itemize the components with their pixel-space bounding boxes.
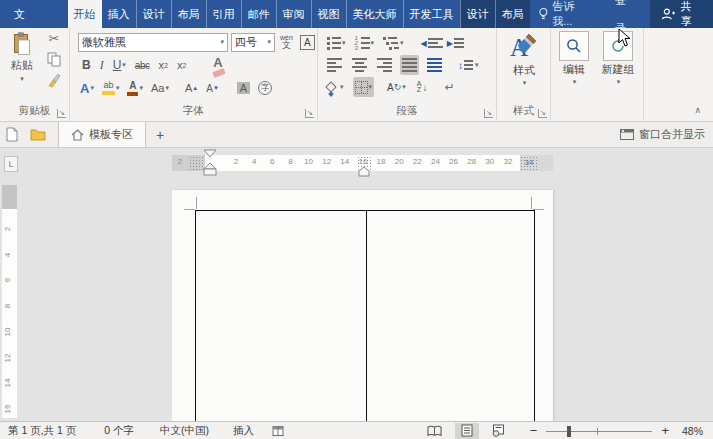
document-page[interactable] xyxy=(172,190,553,421)
strikethrough-button[interactable]: abc xyxy=(133,55,152,75)
pinyin-guide-button[interactable]: wén 文 xyxy=(278,32,295,52)
underline-glyph: U xyxy=(113,58,122,72)
underline-button[interactable]: U ▾ xyxy=(111,55,128,75)
dropdown-arrow: ▾ xyxy=(116,84,120,92)
new-document-button[interactable] xyxy=(0,122,24,147)
cut-button[interactable]: ✂ xyxy=(49,32,60,46)
change-case-button[interactable]: Aa ▾ xyxy=(149,78,171,98)
character-border-button[interactable]: A xyxy=(298,32,317,52)
two-column-table[interactable] xyxy=(195,210,535,421)
web-layout-button[interactable] xyxy=(487,423,511,439)
asian-layout-button[interactable]: A ↻ ▾ xyxy=(385,77,408,97)
align-left-button[interactable] xyxy=(325,55,344,75)
ribbon-tab-设计[interactable]: 设计 xyxy=(136,0,171,28)
font-name-combo[interactable]: 微软雅黑 ▾ xyxy=(78,33,228,52)
clear-formatting-button[interactable]: A xyxy=(211,55,224,75)
enclose-characters-button[interactable]: 字 xyxy=(256,78,274,98)
language-status[interactable]: 中文(中国) xyxy=(160,424,209,438)
align-right-icon xyxy=(377,58,392,72)
zoom-slider-thumb[interactable] xyxy=(567,426,571,437)
ribbon-tab-布局[interactable]: 布局 xyxy=(171,0,206,28)
multilevel-list-button[interactable]: ▾ xyxy=(381,33,406,53)
grow-font-button[interactable]: A▲ xyxy=(183,78,200,98)
indent-lines-icon xyxy=(454,38,464,48)
ribbon-tab-布局[interactable]: 布局 xyxy=(495,0,530,28)
indent-right-arrow-icon: ▶ xyxy=(447,39,453,48)
ribbon-tab-视图[interactable]: 视图 xyxy=(311,0,346,28)
subscript-button[interactable]: x2 xyxy=(156,55,169,75)
numbering-button[interactable]: 1 2 3 ▾ xyxy=(353,33,377,53)
borders-button[interactable]: ▾ xyxy=(353,77,375,97)
read-mode-button[interactable] xyxy=(423,423,447,439)
increase-indent-button[interactable]: ▶ xyxy=(445,33,466,53)
show-hide-marks-button[interactable]: ↵ xyxy=(442,77,456,97)
v-ruler-number-2: 2 xyxy=(3,222,17,237)
margin-mark xyxy=(196,197,197,209)
ribbon-tab-美化大师[interactable]: 美化大师 xyxy=(346,0,403,28)
superscript-button[interactable]: x2 xyxy=(175,55,188,75)
format-painter-button[interactable] xyxy=(47,73,62,88)
font-size-combo[interactable]: 四号 ▾ xyxy=(231,33,275,52)
distribute-button[interactable] xyxy=(425,55,444,75)
open-document-button[interactable] xyxy=(24,122,52,147)
ribbon-tab-插入[interactable]: 插入 xyxy=(102,0,136,28)
page-info[interactable]: 第 1 页,共 1 页 xyxy=(8,424,76,438)
align-center-button[interactable] xyxy=(350,55,369,75)
bullets-button[interactable]: ▾ xyxy=(325,33,348,53)
macro-record-button[interactable] xyxy=(272,425,284,437)
zoom-slider[interactable] xyxy=(546,424,652,438)
shading-button[interactable]: ▾ xyxy=(325,77,346,97)
ribbon-tab-邮件[interactable]: 邮件 xyxy=(241,0,276,28)
window-icon xyxy=(620,129,634,140)
dropdown-arrow: ▾ xyxy=(20,75,24,83)
clipboard-dialog-launcher[interactable]: ↘ xyxy=(57,109,66,118)
decrease-indent-button[interactable]: ◀ xyxy=(419,33,440,53)
paste-button[interactable]: 粘贴 ▾ xyxy=(6,32,38,100)
italic-button[interactable]: I xyxy=(98,55,106,75)
collapse-ribbon-button[interactable]: ∧ xyxy=(694,105,701,115)
ribbon-tab-设计[interactable]: 设计 xyxy=(460,0,495,28)
column-left-indent-marker[interactable] xyxy=(358,166,370,177)
tell-me-button[interactable]: 告诉我... xyxy=(530,0,601,29)
font-dialog-launcher[interactable]: ↘ xyxy=(305,109,314,118)
bold-button[interactable]: B xyxy=(80,55,93,75)
indent-markers[interactable] xyxy=(203,149,217,177)
new-group-button[interactable]: 新建组 ▾ xyxy=(597,31,639,86)
merge-windows-button[interactable]: 窗口合并显示 xyxy=(620,122,713,147)
character-shading-button[interactable]: A xyxy=(235,78,252,98)
bullets-icon xyxy=(327,37,341,50)
person-plus-icon xyxy=(661,7,675,21)
shrink-font-button[interactable]: A▼ xyxy=(204,78,221,98)
tab-stop-selector[interactable]: L xyxy=(4,156,18,172)
print-layout-button[interactable] xyxy=(455,423,479,439)
tab-file[interactable]: 文件 xyxy=(0,0,50,28)
zoom-slider-track[interactable] xyxy=(546,431,652,432)
text-effects-button[interactable]: A ▾ xyxy=(78,78,96,98)
ribbon-tab-审阅[interactable]: 审阅 xyxy=(276,0,311,28)
new-tab-button[interactable]: + xyxy=(146,122,174,147)
align-right-button[interactable] xyxy=(375,55,394,75)
copy-button[interactable] xyxy=(47,52,62,67)
editing-button[interactable]: 编辑 ▾ xyxy=(557,31,591,86)
highlight-color-button[interactable]: ab ▾ xyxy=(100,78,122,98)
justify-icon xyxy=(402,58,417,72)
ribbon-tab-开发工具[interactable]: 开发工具 xyxy=(403,0,460,28)
ribbon-tab-引用[interactable]: 引用 xyxy=(206,0,241,28)
paragraph-dialog-launcher[interactable]: ↘ xyxy=(484,109,493,118)
document-tab-active[interactable]: 模板专区 xyxy=(58,122,146,147)
zoom-in-button[interactable]: + xyxy=(658,424,672,438)
share-label: 共享 xyxy=(681,0,702,29)
share-button[interactable]: 共享 xyxy=(650,0,713,28)
styles-dialog-launcher[interactable]: ↘ xyxy=(538,109,547,118)
justify-button[interactable] xyxy=(400,55,419,75)
zoom-out-button[interactable]: − xyxy=(527,424,541,438)
insert-mode-status[interactable]: 插入 xyxy=(233,424,254,438)
ribbon-tab-开始[interactable]: 开始 xyxy=(68,0,102,28)
zoom-level[interactable]: 48% xyxy=(682,425,703,437)
line-spacing-button[interactable]: ↕ ▾ xyxy=(456,55,481,75)
styles-button[interactable]: A 样式 ▾ xyxy=(508,32,540,87)
word-count[interactable]: 0 个字 xyxy=(104,424,134,438)
sort-button[interactable]: A Z ↓ xyxy=(415,77,430,97)
align-left-icon xyxy=(327,58,342,72)
font-color-button[interactable]: A ▾ xyxy=(125,78,145,98)
